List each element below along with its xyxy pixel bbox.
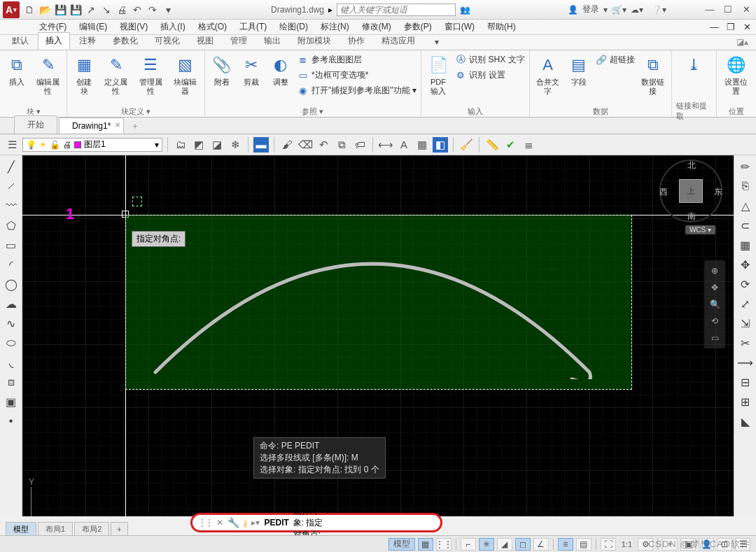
doc-minimize-button[interactable]: —: [704, 20, 718, 34]
arc-icon[interactable]: ◜: [3, 256, 20, 273]
cmd-wrench-icon[interactable]: 🔧: [227, 517, 239, 528]
merge-text-button[interactable]: A合并文字: [534, 52, 562, 97]
manage-attr-button[interactable]: ☰管理属性: [135, 52, 165, 97]
ribtab-featured[interactable]: 精选应用: [374, 32, 423, 50]
menu-help[interactable]: 帮助(H): [482, 20, 522, 34]
field-button[interactable]: ▤字段: [566, 52, 592, 88]
cmd-palette-icon[interactable]: [244, 518, 247, 528]
open-icon[interactable]: 📂: [39, 4, 50, 15]
stretch-icon[interactable]: ⇲: [737, 315, 754, 332]
cloud-icon[interactable]: ☁▾: [631, 5, 643, 15]
break-icon[interactable]: ⊟: [737, 374, 754, 390]
hyperlink-button[interactable]: 🔗超链接: [596, 52, 635, 66]
array-icon[interactable]: ▦: [737, 236, 754, 253]
polygon-icon[interactable]: ⬠: [3, 217, 20, 234]
tab-start[interactable]: 开始: [14, 115, 57, 134]
recognize-settings-button[interactable]: ⚙识别 设置: [455, 68, 524, 82]
tab-add-button[interactable]: ＋: [125, 119, 145, 134]
check-icon[interactable]: ✔: [503, 137, 518, 153]
layout-add-button[interactable]: ＋: [111, 522, 128, 537]
wcs-badge[interactable]: WCS ▾: [685, 225, 715, 234]
undo-tool-icon[interactable]: ↶: [316, 137, 331, 153]
ribtab-manage[interactable]: 管理: [223, 32, 255, 50]
status-model[interactable]: 模型: [388, 538, 415, 551]
cmd-input[interactable]: [330, 518, 435, 528]
layer-freeze-icon[interactable]: ❄: [227, 137, 243, 153]
clip-button[interactable]: ✂剪裁: [239, 52, 264, 88]
web-open-icon[interactable]: ↗: [85, 4, 97, 15]
ellipsearc-icon[interactable]: ◟: [3, 354, 20, 371]
web-save-icon[interactable]: ↘: [101, 4, 112, 15]
shx-recognize-button[interactable]: Ⓐ识别 SHX 文字: [455, 52, 524, 66]
saveas-icon[interactable]: 💾: [70, 4, 81, 15]
offset-icon[interactable]: ⊂: [737, 217, 754, 234]
status-iso-icon[interactable]: ◢: [497, 538, 512, 551]
close-button[interactable]: ✕: [739, 4, 753, 15]
extract-button[interactable]: ⤓: [681, 52, 706, 78]
ribtab-view[interactable]: 视图: [189, 32, 221, 50]
join-icon[interactable]: ⊞: [737, 393, 754, 410]
maximize-button[interactable]: ☐: [721, 4, 735, 15]
tab-drawing1[interactable]: Drawing1*✕: [59, 118, 124, 134]
ribtab-insert[interactable]: 插入: [38, 32, 70, 50]
block-icon[interactable]: ▣: [3, 393, 20, 410]
save-icon[interactable]: 💾: [55, 4, 66, 15]
eraser2-icon[interactable]: ✏: [737, 158, 754, 175]
def-attr-button[interactable]: ✎定义属性: [101, 52, 131, 97]
ribtab-default[interactable]: 默认: [4, 32, 36, 50]
match-prop-icon[interactable]: 🖌: [279, 137, 295, 153]
leader-icon[interactable]: ◧: [433, 137, 448, 153]
zoom-icon[interactable]: 🔍: [710, 299, 720, 309]
ribtab-visual[interactable]: 可视化: [147, 32, 188, 50]
ribtab-output[interactable]: 输出: [256, 32, 288, 50]
user-icon[interactable]: 👤: [568, 5, 578, 15]
spline-icon[interactable]: ∿: [3, 315, 20, 332]
cmd-grip-icon[interactable]: ⋮⋮: [198, 518, 212, 528]
status-grid-icon[interactable]: ▦: [418, 538, 433, 551]
group-icon[interactable]: ⧉: [334, 137, 349, 153]
underlay-layer-button[interactable]: ≣参考底图图层: [298, 52, 416, 66]
insert-icon[interactable]: ⧈: [3, 374, 20, 390]
rect-icon[interactable]: ▭: [3, 236, 20, 253]
layer-props-icon[interactable]: ☰: [4, 137, 20, 153]
ribtab-annotate[interactable]: 注释: [71, 32, 104, 50]
stack-icon[interactable]: ≣: [521, 137, 536, 153]
doc-close-button[interactable]: ✕: [738, 20, 752, 34]
revcloud-icon[interactable]: ☁: [3, 295, 20, 312]
new-icon[interactable]: 🗋: [24, 4, 35, 15]
create-block-button[interactable]: ▦创建块: [71, 52, 97, 97]
extend-icon[interactable]: ⟿: [737, 354, 754, 371]
status-qs-icon[interactable]: ⛶: [601, 538, 616, 551]
ellipse-icon[interactable]: ⬭: [3, 334, 20, 351]
command-line[interactable]: ⋮⋮ ✕ 🔧 ▸▾ PEDIT 选择对象: 指定对角点:: [190, 513, 442, 532]
layer-dropdown[interactable]: 💡 ☀ 🔓 🖨 图层1 ▾: [22, 138, 162, 152]
layer-iso-icon[interactable]: ◩: [191, 137, 206, 153]
prop-color-icon[interactable]: ▬: [253, 137, 269, 153]
mirror-icon[interactable]: △: [737, 197, 754, 214]
help-icon[interactable]: ❔▾: [652, 5, 666, 15]
doc-restore-button[interactable]: ❐: [721, 20, 735, 34]
scale-icon[interactable]: ⤢: [737, 295, 754, 312]
datalink-button[interactable]: ⧉数据链接: [639, 52, 667, 97]
pan-icon[interactable]: ✥: [711, 283, 718, 292]
qat-dropdown-icon[interactable]: ▾: [162, 4, 174, 15]
binoculars-icon[interactable]: 👥: [460, 5, 470, 15]
view-cube[interactable]: 上 北南 西东: [659, 160, 722, 222]
tab-close-icon[interactable]: ✕: [115, 121, 120, 129]
cmd-close-icon[interactable]: ✕: [216, 518, 223, 528]
layer-uniso-icon[interactable]: ◪: [209, 137, 225, 153]
circle-icon[interactable]: ◯: [3, 276, 20, 292]
showmotion-icon[interactable]: ▭: [711, 333, 719, 343]
ribtab-collab[interactable]: 协作: [340, 32, 372, 50]
undo-icon[interactable]: ↶: [132, 4, 143, 15]
login-dropdown-icon[interactable]: ▾: [603, 5, 608, 15]
edit-attr-button[interactable]: ✎编辑属性: [34, 52, 62, 97]
status-otrack-icon[interactable]: ∠: [533, 538, 549, 551]
measure-icon[interactable]: 📏: [484, 137, 500, 153]
pline-icon[interactable]: 〰: [3, 197, 20, 214]
text-icon[interactable]: A: [396, 137, 412, 153]
status-ortho-icon[interactable]: ⌐: [461, 538, 476, 551]
fullnav-icon[interactable]: ⊕: [711, 266, 718, 276]
login-link[interactable]: 登录: [582, 3, 599, 15]
ribtab-param[interactable]: 参数化: [105, 32, 146, 50]
